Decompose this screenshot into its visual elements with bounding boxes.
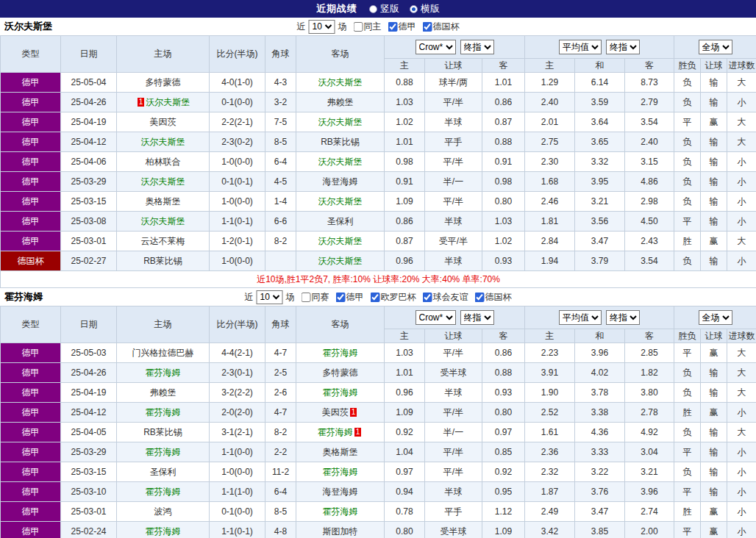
home-team[interactable]: 云达不莱梅 — [117, 232, 210, 251]
away-team[interactable]: RB莱比锡 — [296, 132, 385, 152]
avg-home: 1.68 — [525, 172, 575, 192]
filter-checkbox[interactable] — [336, 293, 346, 302]
result-wdl: 负 — [674, 73, 701, 93]
fulltime-select[interactable]: 全场 — [699, 310, 732, 325]
filter-同主[interactable]: 同主 — [354, 21, 382, 33]
recent-count-select[interactable]: 10 — [309, 20, 335, 34]
filter-同赛[interactable]: 同赛 — [302, 291, 329, 304]
avg-draw: 6.14 — [575, 73, 625, 93]
away-team[interactable]: 霍芬海姆 — [296, 383, 385, 403]
filter-德国杯[interactable]: 德国杯 — [423, 21, 460, 33]
odds-handicap: 平/半 — [425, 442, 482, 462]
filter-checkbox[interactable] — [423, 22, 432, 32]
odds-away: 0.97 — [482, 423, 525, 442]
away-team[interactable]: 霍芬海姆 — [296, 343, 385, 363]
result-goals: 小 — [727, 192, 756, 212]
match-date: 25-03-15 — [61, 192, 117, 212]
away-team[interactable]: 圣保利 — [296, 212, 385, 232]
away-team[interactable]: 海登海姆 — [296, 172, 385, 192]
odds-home: 0.86 — [385, 212, 425, 232]
home-team[interactable]: 霍芬海姆 — [117, 363, 210, 383]
odds-away: 0.95 — [482, 482, 525, 502]
home-team[interactable]: 弗赖堡 — [117, 383, 210, 403]
result-goals: 大 — [727, 232, 756, 251]
avg-away: 3.80 — [625, 383, 674, 403]
average-select[interactable]: 终指 — [606, 310, 640, 325]
radio-icon — [410, 5, 418, 13]
layout-radio-vertical[interactable]: 竖版 — [369, 2, 399, 15]
away-team[interactable]: 沃尔夫斯堡 — [296, 73, 385, 93]
average-select[interactable]: 平均值 — [559, 40, 602, 54]
home-team[interactable]: 多特蒙德 — [117, 73, 210, 93]
away-team[interactable]: 霍芬海姆1 — [296, 423, 385, 442]
filter-checkbox[interactable] — [475, 293, 485, 302]
filter-德国杯[interactable]: 德国杯 — [475, 291, 512, 304]
filter-checkbox[interactable] — [354, 22, 363, 32]
away-team[interactable]: 沃尔夫斯堡 — [296, 192, 385, 212]
result-handicap: 输 — [701, 192, 727, 212]
away-team[interactable]: 弗赖堡 — [296, 93, 385, 112]
away-team[interactable]: 多特蒙德 — [296, 363, 385, 383]
home-team[interactable]: 霍芬海姆 — [117, 442, 210, 462]
away-team[interactable]: 斯图加特 — [296, 522, 385, 538]
home-team[interactable]: 沃尔夫斯堡 — [117, 172, 210, 192]
away-team[interactable]: 霍芬海姆 — [296, 502, 385, 522]
home-team[interactable]: RB莱比锡 — [117, 251, 210, 271]
match-type: 德甲 — [1, 442, 61, 462]
average-select[interactable]: 终指 — [606, 40, 640, 54]
match-date: 25-03-10 — [61, 482, 117, 502]
home-team[interactable]: 沃尔夫斯堡 — [117, 132, 210, 152]
match-row: 德甲25-03-15圣保利1-0(0-0)11-2霍芬海姆0.97平/半0.92… — [1, 462, 756, 482]
away-team[interactable]: 沃尔夫斯堡 — [296, 232, 385, 251]
home-team[interactable]: 沃尔夫斯堡 — [117, 212, 210, 232]
odds-home: 1.01 — [385, 363, 425, 383]
average-select[interactable]: 平均值 — [559, 310, 602, 325]
home-team[interactable]: 美因茨 — [117, 112, 210, 132]
filter-checkbox[interactable] — [423, 293, 432, 302]
away-team[interactable]: 海登海姆 — [296, 482, 385, 502]
filter-checkbox[interactable] — [371, 293, 380, 302]
result-wdl: 胜 — [674, 232, 701, 251]
radio-icon — [369, 5, 377, 13]
sub-column-header: 和 — [575, 59, 625, 73]
odds-away: 1.09 — [482, 522, 525, 538]
away-team[interactable]: 奥格斯堡 — [296, 442, 385, 462]
odds-home: 0.94 — [385, 482, 425, 502]
home-team[interactable]: 奥格斯堡 — [117, 192, 210, 212]
home-team[interactable]: 柏林联合 — [117, 152, 210, 172]
avg-away: 8.73 — [625, 73, 674, 93]
away-team[interactable]: 沃尔夫斯堡 — [296, 112, 385, 132]
home-team[interactable]: 门兴格拉德巴赫 — [117, 343, 210, 363]
fulltime-select[interactable]: 全场 — [699, 40, 732, 54]
filter-checkbox[interactable] — [302, 293, 311, 302]
avg-home: 2.49 — [525, 502, 575, 522]
layout-radio-horizontal[interactable]: 横版 — [410, 2, 440, 15]
home-team[interactable]: 霍芬海姆 — [117, 403, 210, 423]
filter-德甲[interactable]: 德甲 — [388, 21, 416, 33]
bookmaker-select[interactable]: 终指 — [460, 40, 494, 54]
filter-德甲[interactable]: 德甲 — [336, 291, 364, 304]
score: 1-0(0-0) — [210, 192, 265, 212]
home-team[interactable]: 1沃尔夫斯堡 — [117, 93, 210, 112]
home-team[interactable]: 波鸿 — [117, 502, 210, 522]
filter-欧罗巴杯[interactable]: 欧罗巴杯 — [371, 291, 416, 304]
filter-球会友谊[interactable]: 球会友谊 — [423, 291, 468, 304]
bookmaker-select[interactable]: Crow* — [416, 310, 456, 325]
away-team[interactable]: 美因茨1 — [296, 403, 385, 423]
filter-prefix: 近 — [297, 21, 306, 33]
filter-checkbox[interactable] — [388, 22, 398, 32]
away-team[interactable]: 霍芬海姆 — [296, 462, 385, 482]
home-team[interactable]: 霍芬海姆 — [117, 482, 210, 502]
home-team[interactable]: 霍芬海姆 — [117, 522, 210, 538]
home-team[interactable]: 圣保利 — [117, 462, 210, 482]
bookmaker-select[interactable]: 终指 — [460, 310, 494, 325]
recent-count-select[interactable]: 10 — [257, 290, 283, 304]
avg-home: 1.87 — [525, 482, 575, 502]
score: 3-1(2-1) — [210, 423, 265, 442]
result-goals: 小 — [727, 442, 756, 462]
away-team[interactable]: 沃尔夫斯堡 — [296, 251, 385, 271]
match-row: 德甲25-04-12霍芬海姆2-0(2-0)4-7美因茨11.09平/半0.80… — [1, 403, 756, 423]
away-team[interactable]: 沃尔夫斯堡 — [296, 152, 385, 172]
bookmaker-select[interactable]: Crow* — [416, 40, 456, 54]
home-team[interactable]: RB莱比锡 — [117, 423, 210, 442]
